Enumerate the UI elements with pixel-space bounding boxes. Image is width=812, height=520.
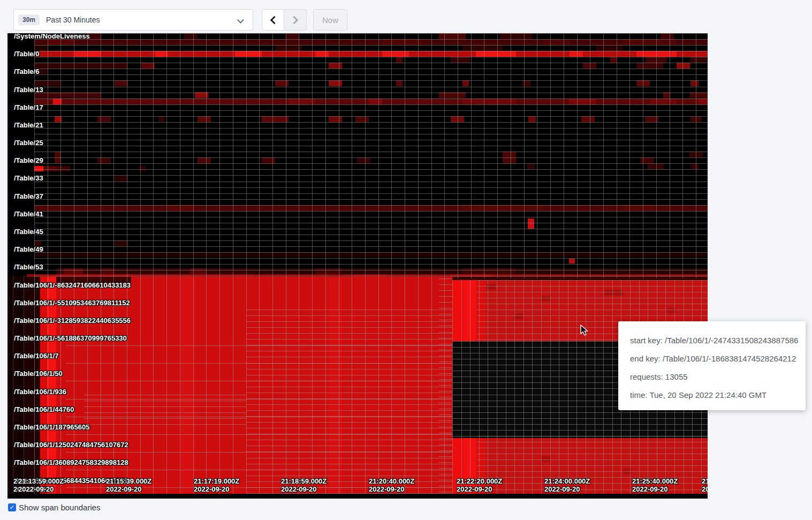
heatmap-cell[interactable] <box>382 39 422 45</box>
heatmap-cell[interactable] <box>500 33 532 39</box>
span-boundary-line <box>246 387 452 387</box>
span-boundary-line <box>439 332 452 333</box>
span-boundary-line <box>246 33 247 278</box>
span-boundary-line <box>34 87 708 87</box>
heatmap-cell[interactable] <box>115 80 128 86</box>
heatmap-cell[interactable] <box>329 116 342 122</box>
heatmap-cell[interactable] <box>168 205 195 211</box>
heatmap-cell[interactable] <box>289 99 315 104</box>
heatmap-cell[interactable] <box>439 92 466 98</box>
heatmap-cell[interactable] <box>541 296 550 302</box>
heatmap-cell[interactable] <box>690 80 699 86</box>
heatmap-cell[interactable] <box>34 166 43 171</box>
heatmap-cell[interactable] <box>690 92 708 98</box>
heatmap-cell[interactable] <box>543 39 570 45</box>
heatmap-cell[interactable] <box>462 205 543 211</box>
heatmap-cell[interactable] <box>528 116 536 122</box>
heatmap-cell[interactable] <box>262 116 289 122</box>
heatmap-cell[interactable] <box>462 45 503 51</box>
heatmap-cell[interactable] <box>570 51 583 57</box>
heatmap-cell[interactable] <box>369 99 382 104</box>
heatmap-cell[interactable] <box>355 116 369 122</box>
heatmap-cell[interactable] <box>43 166 57 171</box>
heatmap-cell[interactable] <box>158 116 164 122</box>
heatmap-cell[interactable] <box>235 51 262 57</box>
row-label: /Table/106/1/-5510953463769811152 <box>14 299 130 307</box>
heatmap-region[interactable] <box>476 280 485 341</box>
heatmap-cell[interactable] <box>34 252 708 257</box>
heatmap-cell[interactable] <box>605 290 623 296</box>
show-span-boundaries-checkbox[interactable]: ✓ <box>8 503 16 511</box>
heatmap-cell[interactable] <box>275 45 302 51</box>
heatmap-cell[interactable] <box>74 51 101 57</box>
heatmap-cell[interactable] <box>661 33 674 39</box>
heatmap-cell[interactable] <box>596 45 623 51</box>
heatmap-cell[interactable] <box>198 157 211 163</box>
heatmap-cell[interactable] <box>581 116 595 122</box>
heatmap-cell[interactable] <box>184 33 198 39</box>
time-range-select[interactable]: 30m Past 30 Minutes <box>13 9 253 31</box>
span-boundary-line <box>439 326 452 326</box>
time-back-button[interactable] <box>262 9 284 31</box>
heatmap-cell[interactable] <box>97 157 111 163</box>
key-visualizer-heatmap[interactable]: /System/NodeLiveness/Table/0/Table/6/Tab… <box>7 33 708 499</box>
heatmap-cell[interactable] <box>623 205 655 211</box>
heatmap-cell[interactable] <box>623 39 677 45</box>
heatmap-cell[interactable] <box>115 240 128 246</box>
heatmap-cell[interactable] <box>476 51 516 57</box>
heatmap-cell[interactable] <box>650 99 677 104</box>
heatmap-cell[interactable] <box>286 33 299 39</box>
heatmap-cell[interactable] <box>275 80 289 86</box>
span-boundary-line <box>180 33 180 278</box>
heatmap-cell[interactable] <box>690 57 707 63</box>
heatmap-cell[interactable] <box>677 63 690 69</box>
heatmap-cell[interactable] <box>514 313 523 319</box>
span-boundary-line <box>180 278 180 494</box>
row-label: /Table/25 <box>14 139 43 147</box>
heatmap-cell[interactable] <box>262 157 275 163</box>
heatmap-cell[interactable] <box>451 57 470 63</box>
heatmap-cell[interactable] <box>610 57 617 63</box>
now-button[interactable]: Now <box>313 9 347 31</box>
x-axis-tick-label: 21:24:00.000Z2022-09-20 <box>544 477 590 493</box>
heatmap-cell[interactable] <box>439 33 466 39</box>
heatmap-cell[interactable] <box>569 99 596 104</box>
heatmap-cell[interactable] <box>97 116 111 122</box>
span-boundary-line <box>470 280 470 494</box>
heatmap-cell[interactable] <box>640 157 654 163</box>
heatmap-cell[interactable] <box>636 63 663 69</box>
heatmap-cell[interactable] <box>64 268 83 274</box>
heatmap-cell[interactable] <box>315 268 342 274</box>
heatmap-cell[interactable] <box>57 166 70 171</box>
heatmap-cell[interactable] <box>101 268 115 274</box>
heatmap-cell[interactable] <box>34 51 708 57</box>
heatmap-cell[interactable] <box>34 39 708 45</box>
span-boundary-line <box>439 444 452 445</box>
heatmap-cell[interactable] <box>115 176 128 182</box>
heatmap-cell[interactable] <box>329 80 342 86</box>
heatmap-cell[interactable] <box>528 218 534 229</box>
heatmap-cell[interactable] <box>569 259 575 263</box>
heatmap-cell[interactable] <box>527 163 535 169</box>
heatmap-cell[interactable] <box>329 63 342 69</box>
time-forward-button[interactable] <box>284 9 307 31</box>
span-boundary-line <box>34 217 708 217</box>
span-boundary-line <box>439 356 452 356</box>
heatmap-cell[interactable] <box>315 51 329 57</box>
heatmap-cell[interactable] <box>698 99 708 104</box>
heatmap-cell[interactable] <box>141 63 155 69</box>
heatmap-cell[interactable] <box>34 92 101 98</box>
heatmap-cell[interactable] <box>357 157 370 163</box>
heatmap-region[interactable] <box>452 280 464 341</box>
heatmap-cell[interactable] <box>690 163 699 169</box>
row-label: /Table/106/1/3608924758329898128 <box>14 458 128 466</box>
heatmap-cell[interactable] <box>34 205 708 211</box>
heatmap-cell[interactable] <box>190 268 206 274</box>
heatmap-cell[interactable] <box>396 80 403 86</box>
heatmap-cell[interactable] <box>462 80 469 86</box>
span-boundary-line <box>140 278 141 494</box>
span-boundary-line <box>34 187 708 188</box>
heatmap-cell[interactable] <box>396 57 403 63</box>
span-boundary-line <box>452 424 708 425</box>
heatmap-cell[interactable] <box>198 116 211 122</box>
